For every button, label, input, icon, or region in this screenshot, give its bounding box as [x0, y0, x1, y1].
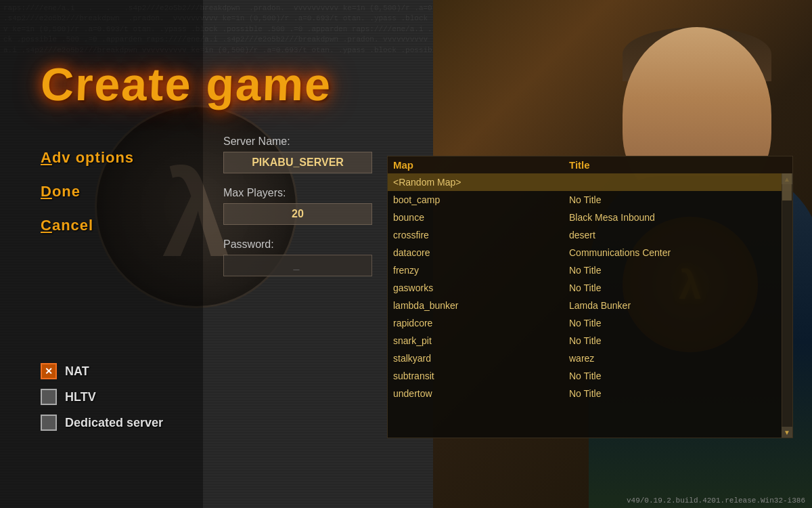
- map-name: lambda_bunker: [393, 300, 569, 311]
- done-button[interactable]: Done: [41, 183, 134, 200]
- adv-options-button[interactable]: Adv options: [41, 149, 134, 167]
- map-name: crossfire: [393, 230, 569, 240]
- version-text: v49/0.19.2.build.4201.release.Win32-i386: [627, 496, 805, 505]
- dedicated-checkbox[interactable]: [41, 415, 57, 431]
- scrollbar-arrow-down[interactable]: ▼: [782, 427, 792, 438]
- cancel-underline: C: [41, 217, 52, 234]
- form-area: Server Name: Max Players: Password:: [223, 135, 386, 290]
- map-row[interactable]: lambda_bunker Lamda Bunker: [388, 297, 792, 314]
- cancel-button[interactable]: Cancel: [41, 217, 134, 234]
- map-row[interactable]: frenzy No Title: [388, 261, 792, 279]
- password-label: Password:: [223, 238, 386, 251]
- map-name: bounce: [393, 212, 569, 223]
- hltv-label: HLTV: [65, 390, 96, 404]
- hltv-checkbox-item[interactable]: HLTV: [41, 389, 163, 405]
- map-row[interactable]: rapidcore No Title: [388, 314, 792, 332]
- map-row[interactable]: boot_camp No Title: [388, 191, 792, 209]
- map-row[interactable]: stalkyard warez: [388, 350, 792, 367]
- map-col-header: Map: [393, 159, 569, 171]
- map-row[interactable]: crossfire desert: [388, 226, 792, 244]
- map-title: Communications Center: [569, 247, 787, 258]
- done-text: one: [52, 183, 81, 200]
- map-row[interactable]: datacore Communications Center: [388, 244, 792, 261]
- map-title: No Title: [569, 388, 787, 399]
- hltv-checkbox[interactable]: [41, 389, 57, 405]
- adv-options-text: dv options: [52, 149, 134, 166]
- map-name: datacore: [393, 247, 569, 258]
- map-title: No Title: [569, 335, 787, 346]
- map-name: boot_camp: [393, 194, 569, 205]
- password-input[interactable]: [223, 255, 372, 276]
- map-title: No Title: [569, 282, 787, 293]
- map-panel: Map Title <Random Map> boot_camp No Titl…: [387, 156, 793, 438]
- map-title: No Title: [569, 194, 787, 205]
- title-section: Create game: [41, 61, 332, 107]
- map-title: No Title: [569, 265, 787, 276]
- map-list: <Random Map> boot_camp No Title bounce B…: [388, 173, 792, 402]
- map-row[interactable]: subtransit No Title: [388, 367, 792, 385]
- dedicated-label: Dedicated server: [65, 416, 163, 430]
- title-col-header: Title: [569, 159, 787, 171]
- scrollbar-thumb[interactable]: [782, 173, 792, 200]
- map-name: subtransit: [393, 371, 569, 381]
- map-name: undertow: [393, 388, 569, 399]
- nat-label: NAT: [65, 364, 89, 379]
- map-title: desert: [569, 230, 787, 240]
- map-row[interactable]: gasworks No Title: [388, 279, 792, 297]
- map-list-container[interactable]: <Random Map> boot_camp No Title bounce B…: [388, 173, 792, 438]
- map-name: <Random Map>: [393, 177, 569, 188]
- scrollbar-track[interactable]: ▲ ▼: [782, 173, 792, 438]
- nat-checkbox[interactable]: [41, 363, 57, 379]
- nat-checkbox-item[interactable]: NAT: [41, 363, 163, 379]
- max-players-label: Max Players:: [223, 187, 386, 199]
- map-title: Lamda Bunker: [569, 300, 787, 311]
- map-row[interactable]: <Random Map>: [388, 173, 792, 191]
- map-name: rapidcore: [393, 318, 569, 329]
- map-name: stalkyard: [393, 353, 569, 364]
- map-name: snark_pit: [393, 335, 569, 346]
- map-name: gasworks: [393, 282, 569, 293]
- map-title: warez: [569, 353, 787, 364]
- map-panel-header: Map Title: [388, 156, 792, 173]
- map-title: No Title: [569, 318, 787, 329]
- done-underline: D: [41, 183, 52, 200]
- dedicated-checkbox-item[interactable]: Dedicated server: [41, 415, 163, 431]
- map-row[interactable]: undertow No Title: [388, 385, 792, 402]
- max-players-input[interactable]: [223, 203, 372, 225]
- server-name-input[interactable]: [223, 152, 372, 173]
- map-title: No Title: [569, 371, 787, 381]
- map-row[interactable]: bounce Black Mesa Inbound: [388, 209, 792, 226]
- page-title: Create game: [40, 61, 333, 107]
- server-name-label: Server Name:: [223, 135, 386, 148]
- map-title: Black Mesa Inbound: [569, 212, 787, 223]
- adv-options-underline: A: [41, 149, 52, 166]
- map-row[interactable]: snark_pit No Title: [388, 332, 792, 350]
- cancel-text: ancel: [52, 217, 93, 234]
- checkboxes-section: NAT HLTV Dedicated server: [41, 363, 163, 440]
- map-name: frenzy: [393, 265, 569, 276]
- nav-buttons: Adv options Done Cancel: [41, 149, 134, 251]
